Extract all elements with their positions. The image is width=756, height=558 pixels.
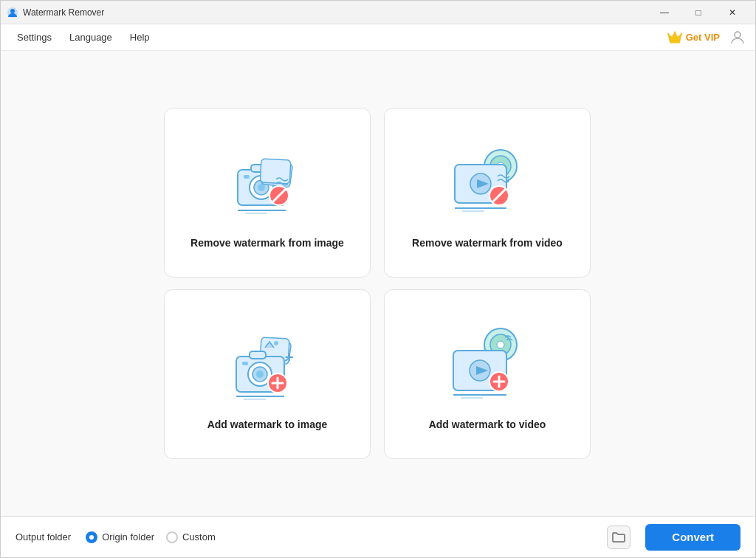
svg-point-47: [497, 341, 504, 348]
minimize-button[interactable]: —: [647, 1, 681, 24]
svg-marker-2: [668, 32, 681, 41]
close-button[interactable]: ✕: [715, 1, 749, 24]
output-folder-label: Output folder: [16, 531, 71, 542]
main-content: Remove watermark from image: [1, 51, 755, 516]
origin-folder-label: Origin folder: [102, 531, 154, 542]
title-bar-left: Watermark Remover: [7, 7, 104, 18]
svg-point-1: [10, 9, 15, 13]
card-remove-video[interactable]: Remove watermark from video: [384, 108, 591, 278]
remove-image-label: Remove watermark from image: [190, 237, 344, 249]
menu-bar-right: Get VIP: [667, 29, 746, 46]
app-icon: [7, 7, 18, 18]
remove-video-icon: [443, 137, 532, 225]
svg-point-12: [258, 184, 265, 191]
radio-group: Origin folder Custom: [86, 531, 216, 543]
window-controls: — □ ✕: [647, 1, 749, 24]
menu-settings[interactable]: Settings: [10, 29, 59, 46]
custom-folder-radio[interactable]: [166, 531, 178, 543]
convert-button[interactable]: Convert: [645, 524, 740, 551]
card-add-image[interactable]: + Add watermark to image: [164, 289, 371, 459]
card-add-video[interactable]: Add watermark to video: [384, 289, 591, 459]
origin-folder-option[interactable]: Origin folder: [86, 531, 154, 543]
crown-icon: [667, 31, 682, 44]
maximize-button[interactable]: □: [681, 1, 715, 24]
menu-bar-left: Settings Language Help: [10, 29, 157, 46]
svg-rect-34: [250, 351, 266, 359]
svg-text:+: +: [285, 349, 294, 365]
get-vip-button[interactable]: Get VIP: [667, 31, 720, 44]
add-video-label: Add watermark to video: [429, 418, 546, 430]
folder-icon: [612, 531, 625, 543]
svg-rect-38: [242, 362, 248, 365]
svg-point-37: [256, 371, 264, 378]
bottom-bar: Output folder Origin folder Custom Conve…: [1, 516, 755, 557]
cards-grid: Remove watermark from image: [164, 108, 592, 459]
menu-bar: Settings Language Help Get VIP: [1, 24, 755, 51]
svg-rect-13: [244, 175, 250, 179]
get-vip-label: Get VIP: [686, 32, 720, 43]
remove-image-icon: [223, 137, 312, 225]
svg-point-32: [274, 341, 278, 345]
profile-icon[interactable]: [729, 29, 746, 46]
menu-language[interactable]: Language: [62, 29, 120, 46]
svg-point-7: [735, 32, 740, 38]
add-image-icon: +: [223, 318, 312, 407]
menu-help[interactable]: Help: [123, 29, 157, 46]
title-bar: Watermark Remover — □ ✕: [1, 1, 755, 24]
svg-rect-3: [670, 41, 680, 44]
remove-video-label: Remove watermark from video: [412, 237, 563, 249]
app-title: Watermark Remover: [23, 7, 104, 18]
custom-folder-option[interactable]: Custom: [166, 531, 216, 543]
add-image-label: Add watermark to image: [207, 418, 328, 430]
svg-point-4: [673, 31, 676, 33]
custom-label: Custom: [182, 531, 216, 542]
origin-folder-radio[interactable]: [86, 531, 97, 543]
add-video-icon: [443, 318, 532, 407]
card-remove-image[interactable]: Remove watermark from image: [164, 108, 371, 278]
browse-folder-button[interactable]: [607, 526, 630, 549]
